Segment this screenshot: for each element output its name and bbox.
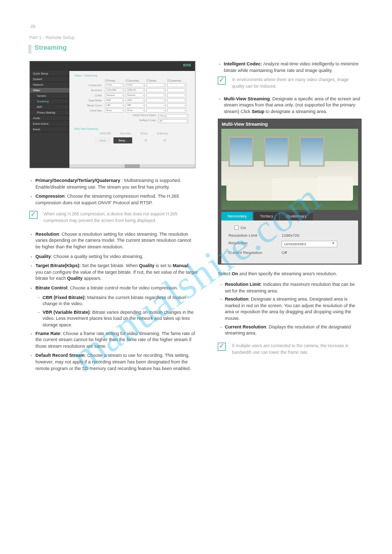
on-label: On [241,226,246,230]
sub-item: VBR (Variable Bitrate): Bitrate varies d… [43,309,198,328]
col-header: ☑ Tertiary [146,80,166,82]
setting-row: QualityStandardStandard [74,93,190,97]
ss1-main: Video > Streaming ☑ Primary☑ Secondary☑ … [69,71,195,168]
sidebar-item[interactable]: Network [30,82,69,88]
row-val-dropdown[interactable] [167,103,186,107]
sidebar-item[interactable]: Audio [30,116,69,121]
row-val-dropdown[interactable]: H.264 [126,83,145,87]
resolution-dropdown[interactable]: Unrestricted [282,241,337,247]
ss1-save-btn[interactable]: Save [95,137,110,143]
ss1-mt-4: Quaternary [157,132,169,135]
ss2-video-preview [221,129,358,210]
setting-row: Target Bitrate60004000 [74,98,190,102]
bullet-item: Compression: Choose the streaming compre… [35,193,198,206]
row-val-dropdown[interactable] [167,98,186,102]
row-val-dropdown[interactable]: 30 ips [105,108,124,113]
row-val-dropdown[interactable]: Standard [105,93,124,97]
sidebar-item[interactable]: Quick Setup [30,71,69,77]
reslimit-val: 1280x720 [282,233,351,238]
row-val-dropdown[interactable]: 30 ips [126,108,145,113]
bullet-item: Intelligent Codec: Analyze real-time vid… [224,61,362,73]
curres-val: Off [282,250,351,255]
sub-item: CBR (Fixed Bitrate): Maintains the curre… [43,294,198,307]
select-on-para: Select On and then specify the streaming… [218,271,362,277]
note-bandwidth: If multiple users are connected to the c… [232,343,362,356]
sidebar-item[interactable]: MAT [30,104,69,110]
bullet-item: Default Record Stream: Choose a stream t… [35,352,198,372]
col-header: ☑ Quaternary [167,80,186,82]
sidebar-item[interactable]: System [30,77,69,82]
row-val-dropdown[interactable] [146,83,166,87]
row-val-dropdown[interactable]: H.264 [105,83,124,87]
bullet-item: Frame Rate: Choose a frame rate setting … [35,330,198,350]
ss2-title: Multi-View Streaming [219,120,361,129]
row-val-dropdown[interactable]: VBR [105,103,124,107]
note-compression: When using H.265 compression, a device t… [44,211,198,224]
bullet-item: Resolution: Choose a resolution setting … [35,231,198,250]
sub-item: Resolution Limit: Indicates the maximum … [225,281,362,294]
row-val-dropdown[interactable]: 4000 [126,98,145,102]
ss2-panel: On Resolution Limit 1280x720 Resolution … [221,220,358,265]
ss1-mv-head: Multi-View Streaming [74,127,190,130]
setting-row: Frame Rate30 ips30 ips [74,108,190,113]
sidebar-item[interactable]: Privacy Masking [30,110,69,116]
ss1-breadcrumb: Video > Streaming [74,74,190,77]
row-val-dropdown[interactable]: 1280x720 [126,88,145,92]
row-label: Frame Rate [74,109,105,112]
on-checkbox[interactable] [234,226,239,230]
ss1-ic-label: Intelligent Codec [139,119,156,123]
tab-quaternary[interactable]: Quaternary [280,212,312,220]
row-val-dropdown[interactable]: 6000 [105,98,124,102]
row-val-dropdown[interactable]: Standard [126,93,145,97]
curres-label: Current Resolution [228,250,282,255]
sidebar-item[interactable]: Event [30,127,69,132]
bullet-item: Multi-View Streaming: Designate a specif… [224,96,362,115]
room-scene [221,129,358,210]
reslimit-label: Resolution Limit [228,233,282,238]
row-val-dropdown[interactable] [167,108,186,113]
row-val-dropdown[interactable] [146,88,166,92]
row-val-dropdown[interactable] [146,98,166,102]
col-header: ☑ Primary [105,80,124,82]
ss2-tabs: Secondary Tertiary Quaternary [219,210,361,220]
ss1-drs-label: Default Record Stream [133,114,156,118]
sub-item: Resolution: Designate a streaming area. … [225,296,362,321]
ss1-sidebar[interactable]: Quick SetupSystemNetworkVideoCameraStrea… [30,71,69,168]
ss1-mt-2: Secondary [120,132,131,135]
ss1-drs-val[interactable]: Primary [158,114,188,118]
row-val-dropdown[interactable] [146,103,166,107]
note-intelligent-codec: In environments where there are many vid… [232,77,362,90]
right-column: Intelligent Codec: Analyze real-time vid… [218,38,362,355]
row-val-dropdown[interactable]: 1920x1080 [105,88,124,92]
row-label: Quality [74,94,105,97]
check-icon [218,343,226,351]
row-val-dropdown[interactable] [146,108,166,113]
ss1-off-1: Off [144,139,147,142]
row-val-dropdown[interactable]: VBR [126,103,145,107]
row-val-dropdown[interactable] [167,93,186,97]
setting-row: Resolution1920x10801280x720 [74,88,190,92]
sidebar-item[interactable]: Camera [30,93,69,99]
left-column: IDIS Quick SetupSystemNetworkVideoCamera… [29,38,198,375]
check-icon [218,77,226,85]
row-val-dropdown[interactable] [146,93,166,97]
tab-secondary[interactable]: Secondary [221,212,253,220]
setting-row: Bitrate ControlVBRVBR [74,103,190,107]
page-content: 26 Part 1 - Remote Setup Streaming IDIS … [29,38,364,529]
sidebar-item[interactable]: Event Action [30,121,69,127]
tab-tertiary[interactable]: Tertiary [254,212,279,220]
bullet-item: Quality: Choose a quality setting for vi… [35,253,198,260]
sidebar-item[interactable]: Streaming [30,99,69,104]
row-label: Target Bitrate [74,99,105,102]
res-label: Resolution [228,241,282,247]
col-header: ☑ Secondary [126,80,145,82]
bullet-item: Target Bitrate(Kbps): Set the target bit… [35,263,198,282]
multiview-screenshot: Multi-View Streaming Secondary Tertiary … [218,119,362,265]
ss1-setup-btn[interactable]: Setup... [113,137,132,143]
row-val-dropdown[interactable] [167,83,186,87]
ss1-off-2: Off [163,139,166,142]
ss1-ic-val[interactable]: Off [158,119,188,123]
sidebar-item[interactable]: Video [30,88,69,93]
setting-row: CompressionH.264H.264 [74,83,190,87]
row-val-dropdown[interactable] [167,88,186,92]
